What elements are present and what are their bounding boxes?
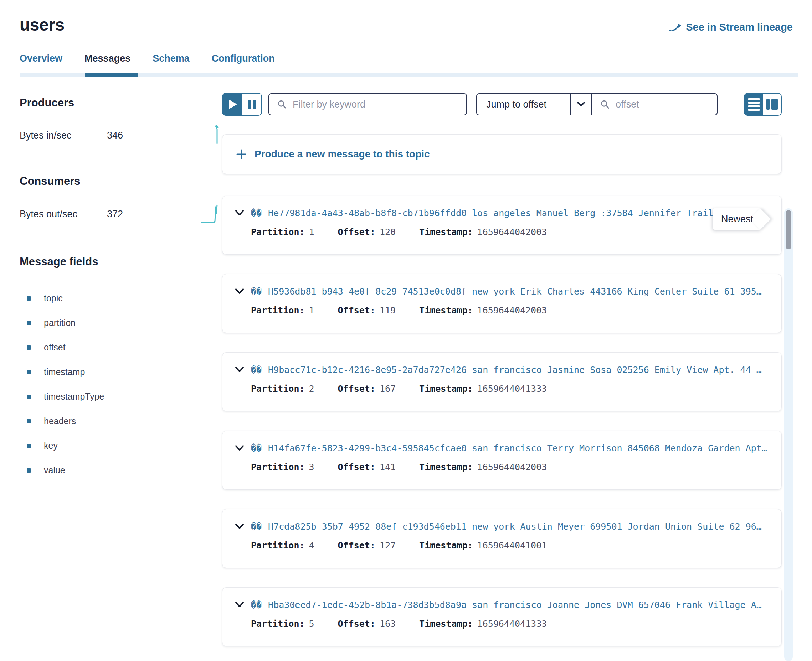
field-item-partition[interactable]: partition [19, 311, 222, 335]
field-item-timestampType[interactable]: timestampType [19, 384, 222, 409]
partition-label: Partition: [251, 227, 305, 237]
timestamp-label: Timestamp: [419, 383, 473, 394]
partition-label: Partition: [251, 540, 305, 551]
topic-page: users See in Stream lineage Overview Mes… [0, 0, 812, 661]
live-consume-toggle [222, 93, 262, 116]
key-glyph-icon: �� [251, 521, 262, 532]
expand-chevron-icon[interactable] [235, 209, 245, 217]
message-key[interactable]: H5936db81-b943-4e0f-8c29-74513e0c0d8f ne… [268, 286, 762, 297]
timestamp-value: 1659644041333 [477, 619, 547, 629]
lineage-link-label: See in Stream lineage [686, 21, 793, 33]
bytes-out-sparkline [201, 203, 219, 225]
topic-stats-sidebar: Producers Bytes in/sec 346 Consumers Byt… [19, 77, 222, 647]
tab-configuration[interactable]: Configuration [212, 53, 275, 73]
expand-chevron-icon[interactable] [235, 288, 245, 295]
play-button[interactable] [223, 94, 242, 115]
bytes-out-value: 372 [107, 209, 123, 220]
field-item-headers[interactable]: headers [19, 409, 222, 433]
timestamp-label: Timestamp: [419, 619, 473, 629]
key-glyph-icon: �� [251, 365, 262, 375]
bullet-icon [27, 444, 31, 448]
expand-chevron-icon[interactable] [235, 366, 245, 374]
tab-messages[interactable]: Messages [85, 53, 130, 73]
message-key[interactable]: H9bacc71c-b12c-4216-8e95-2a7da727e426 sa… [268, 365, 762, 375]
plus-icon [236, 149, 247, 160]
expand-chevron-icon[interactable] [235, 601, 245, 609]
message-row: �� H5936db81-b943-4e0f-8c29-74513e0c0d8f… [222, 274, 782, 333]
message-list-scrollbar-thumb[interactable] [786, 210, 791, 249]
tab-bar: Overview Messages Schema Configuration [19, 53, 812, 73]
page-header: users See in Stream lineage [0, 0, 812, 35]
consumers-heading: Consumers [19, 175, 222, 188]
timestamp-value: 1659644042003 [477, 227, 547, 237]
offset-search-input[interactable] [616, 99, 709, 110]
bullet-icon [27, 468, 31, 473]
bullet-icon [27, 370, 31, 374]
page-title: users [19, 15, 64, 35]
message-key[interactable]: Hba30eed7-1edc-452b-8b1a-738d3b5d8a9a sa… [268, 600, 762, 610]
partition-value: 3 [309, 462, 314, 472]
offset-value: 119 [380, 305, 396, 316]
offset-value: 163 [380, 619, 396, 629]
bytes-in-label: Bytes in/sec [19, 130, 107, 141]
tab-schema[interactable]: Schema [152, 53, 190, 73]
newest-scroll-tooltip: Newest [713, 208, 760, 230]
bytes-in-metric: Bytes in/sec 346 [19, 125, 222, 146]
message-key[interactable]: H7cda825b-35b7-4952-88ef-c193d546eb11 ne… [268, 521, 762, 532]
tab-overview[interactable]: Overview [19, 53, 62, 73]
message-list-scrollbar-track[interactable] [784, 208, 793, 661]
newest-tooltip-label: Newest [721, 214, 753, 225]
bytes-out-metric: Bytes out/sec 372 [19, 203, 222, 225]
field-item-value[interactable]: value [19, 458, 222, 482]
message-key[interactable]: He77981da-4a43-48ab-b8f8-cb71b96ffdd0 lo… [268, 208, 724, 218]
partition-label: Partition: [251, 383, 305, 394]
jump-to-offset-select[interactable]: Jump to offset [476, 93, 592, 115]
produce-message-button[interactable]: Produce a new message to this topic [222, 134, 782, 174]
split-view-button[interactable] [763, 94, 781, 115]
timestamp-label: Timestamp: [419, 462, 473, 472]
tab-underline-track [19, 73, 798, 77]
list-view-button[interactable] [745, 94, 763, 115]
jump-to-offset-group: Jump to offset [476, 93, 718, 115]
offset-label: Offset: [338, 619, 375, 629]
partition-label: Partition: [251, 619, 305, 629]
split-view-icon [766, 99, 778, 110]
partition-value: 5 [309, 619, 314, 629]
field-item-topic[interactable]: topic [19, 286, 222, 311]
stream-lineage-link[interactable]: See in Stream lineage [669, 21, 793, 33]
expand-chevron-icon[interactable] [235, 444, 245, 452]
offset-label: Offset: [338, 227, 375, 237]
keyword-filter-box [268, 93, 467, 115]
partition-value: 1 [309, 227, 314, 237]
partition-value: 1 [309, 305, 314, 316]
message-fields-heading: Message fields [19, 255, 222, 268]
bytes-in-value: 346 [107, 130, 123, 141]
expand-chevron-icon[interactable] [235, 523, 245, 531]
bullet-icon [27, 296, 31, 300]
message-row: �� H14fa67fe-5823-4299-b3c4-595845cfcae0… [222, 431, 782, 490]
partition-value: 2 [309, 383, 314, 394]
messages-panel: Jump to offset [222, 77, 812, 647]
field-item-timestamp[interactable]: timestamp [19, 360, 222, 384]
offset-value: 167 [380, 383, 396, 394]
active-tab-indicator [85, 73, 138, 77]
offset-value: 120 [380, 227, 396, 237]
message-row: �� H9bacc71c-b12c-4216-8e95-2a7da727e426… [222, 352, 782, 411]
offset-value: 127 [380, 540, 396, 551]
message-key[interactable]: H14fa67fe-5823-4299-b3c4-595845cfcae0 sa… [268, 443, 767, 453]
search-icon [277, 99, 287, 109]
bytes-out-label: Bytes out/sec [19, 209, 107, 220]
offset-label: Offset: [338, 383, 375, 394]
keyword-filter-input[interactable] [293, 99, 458, 110]
timestamp-label: Timestamp: [419, 305, 473, 316]
message-fields-list: topic partition offset timestamp timesta… [19, 286, 222, 482]
offset-label: Offset: [338, 305, 375, 316]
pause-button[interactable] [242, 94, 261, 115]
field-item-key[interactable]: key [19, 433, 222, 458]
field-item-offset[interactable]: offset [19, 335, 222, 360]
view-mode-toggle [744, 93, 782, 116]
offset-label: Offset: [338, 540, 375, 551]
chevron-down-icon [571, 101, 591, 107]
producers-heading: Producers [19, 96, 222, 109]
timestamp-value: 1659644042003 [477, 305, 547, 316]
